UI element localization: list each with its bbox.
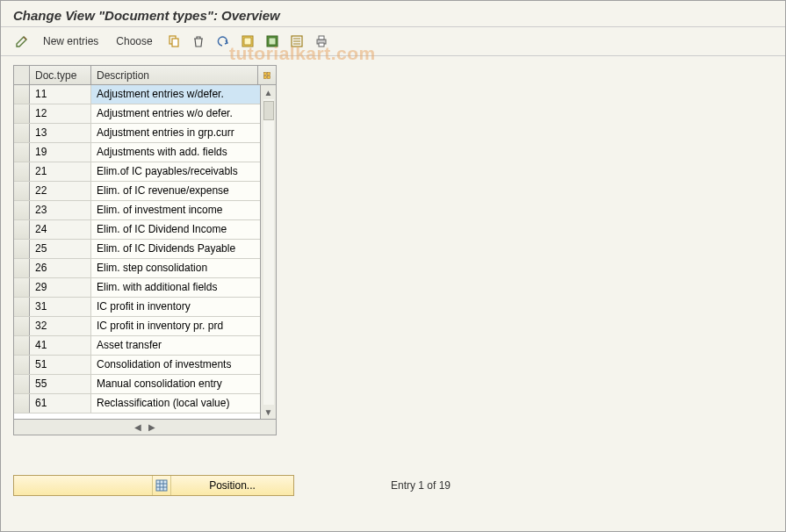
svg-rect-12 bbox=[319, 43, 324, 47]
row-selector[interactable] bbox=[14, 336, 30, 355]
row-selector[interactable] bbox=[14, 317, 30, 335]
position-grid-icon[interactable] bbox=[153, 476, 170, 495]
row-selector[interactable] bbox=[14, 143, 30, 162]
doc-type-cell[interactable]: 19 bbox=[30, 143, 91, 162]
description-cell[interactable]: Consolidation of investments bbox=[91, 356, 260, 374]
doc-type-cell[interactable]: 25 bbox=[30, 240, 91, 258]
row-selector[interactable] bbox=[14, 394, 30, 413]
doc-type-cell[interactable]: 12 bbox=[30, 104, 91, 123]
description-cell[interactable]: Adjustment entries in grp.curr bbox=[91, 124, 260, 142]
document-types-table: Doc.type Description 11Adjustment entrie… bbox=[13, 65, 277, 435]
deselect-all-icon[interactable] bbox=[288, 32, 306, 50]
table-row[interactable]: 41Asset transfer bbox=[14, 336, 260, 356]
table-row[interactable]: 26Elim. step consolidation bbox=[14, 259, 260, 278]
print-icon[interactable] bbox=[313, 32, 330, 50]
table-row[interactable]: 11Adjustment entries w/defer. bbox=[14, 85, 260, 104]
doc-type-cell[interactable]: 61 bbox=[30, 394, 91, 413]
doc-type-cell[interactable]: 22 bbox=[30, 182, 91, 200]
table-row[interactable]: 22Elim. of IC revenue/expense bbox=[14, 182, 260, 201]
row-selector[interactable] bbox=[14, 124, 30, 142]
row-selector[interactable] bbox=[14, 375, 30, 393]
select-block-icon[interactable] bbox=[263, 32, 281, 50]
row-selector[interactable] bbox=[14, 240, 30, 258]
scroll-down-icon[interactable]: ▼ bbox=[263, 406, 274, 417]
svg-rect-3 bbox=[244, 38, 251, 45]
row-selector[interactable] bbox=[14, 220, 30, 239]
table-row[interactable]: 24Elim. of IC Dividend Income bbox=[14, 220, 260, 240]
doc-type-cell[interactable]: 23 bbox=[30, 201, 91, 219]
undo-icon[interactable] bbox=[214, 32, 232, 50]
copy-icon[interactable] bbox=[165, 32, 183, 50]
horizontal-scrollbar[interactable]: ◀ ▶ bbox=[14, 419, 276, 435]
doc-type-cell[interactable]: 24 bbox=[30, 220, 91, 239]
table-row[interactable]: 25Elim. of IC Dividends Payable bbox=[14, 240, 260, 259]
doc-type-cell[interactable]: 31 bbox=[30, 298, 91, 316]
table-row[interactable]: 23Elim. of investment income bbox=[14, 201, 260, 220]
svg-rect-13 bbox=[264, 72, 267, 75]
doc-type-cell[interactable]: 13 bbox=[30, 124, 91, 142]
table-row[interactable]: 12Adjustment entries w/o defer. bbox=[14, 104, 260, 124]
description-cell[interactable]: Adjustment entries w/o defer. bbox=[91, 104, 260, 123]
svg-rect-11 bbox=[319, 36, 324, 40]
choose-button[interactable]: Choose bbox=[111, 33, 157, 49]
scroll-right-icon[interactable]: ▶ bbox=[147, 422, 157, 433]
scroll-left-icon[interactable]: ◀ bbox=[133, 422, 143, 433]
description-cell[interactable]: Elim. with additional fields bbox=[91, 278, 260, 297]
position-button[interactable]: Position... bbox=[170, 476, 293, 495]
new-entries-button[interactable]: New entries bbox=[38, 33, 104, 49]
table-row[interactable]: 32IC profit in inventory pr. prd bbox=[14, 317, 260, 336]
doc-type-cell[interactable]: 32 bbox=[30, 317, 91, 335]
svg-rect-15 bbox=[264, 75, 267, 78]
table-row[interactable]: 55Manual consolidation entry bbox=[14, 375, 260, 394]
doc-type-cell[interactable]: 21 bbox=[30, 162, 91, 181]
table-configure-icon[interactable] bbox=[258, 66, 276, 84]
footer-bar: Position... Entry 1 of 19 bbox=[13, 475, 451, 496]
row-selector[interactable] bbox=[14, 104, 30, 123]
vertical-scrollbar[interactable]: ▲ ▼ bbox=[260, 85, 276, 419]
table-row[interactable]: 13Adjustment entries in grp.curr bbox=[14, 124, 260, 143]
row-selector-header[interactable] bbox=[14, 66, 30, 84]
position-label: Position... bbox=[209, 479, 256, 492]
row-selector[interactable] bbox=[14, 278, 30, 297]
doc-type-cell[interactable]: 41 bbox=[30, 336, 91, 355]
row-selector[interactable] bbox=[14, 259, 30, 277]
pencil-icon[interactable] bbox=[13, 32, 31, 50]
description-cell[interactable]: Adjustments with add. fields bbox=[91, 143, 260, 162]
scroll-up-icon[interactable]: ▲ bbox=[263, 87, 274, 97]
doc-type-header[interactable]: Doc.type bbox=[30, 66, 91, 84]
table-row[interactable]: 61Reclassification (local value) bbox=[14, 394, 260, 413]
select-all-icon[interactable] bbox=[239, 32, 256, 50]
doc-type-cell[interactable]: 11 bbox=[30, 85, 91, 104]
description-cell[interactable]: Elim. of IC Dividends Payable bbox=[91, 240, 260, 258]
description-cell[interactable]: Elim. step consolidation bbox=[91, 259, 260, 277]
doc-type-cell[interactable]: 29 bbox=[30, 278, 91, 297]
row-selector[interactable] bbox=[14, 85, 30, 104]
description-cell[interactable]: Adjustment entries w/defer. bbox=[91, 85, 260, 104]
description-header[interactable]: Description bbox=[91, 66, 258, 84]
description-cell[interactable]: IC profit in inventory pr. prd bbox=[91, 317, 260, 335]
table-row[interactable]: 29Elim. with additional fields bbox=[14, 278, 260, 298]
table-row[interactable]: 51Consolidation of investments bbox=[14, 356, 260, 375]
doc-type-cell[interactable]: 55 bbox=[30, 375, 91, 393]
table-row[interactable]: 21Elim.of IC payables/receivabls bbox=[14, 162, 260, 182]
footer-blank-cell bbox=[14, 476, 153, 495]
delete-icon[interactable] bbox=[190, 32, 207, 50]
doc-type-cell[interactable]: 51 bbox=[30, 356, 91, 374]
row-selector[interactable] bbox=[14, 182, 30, 200]
row-selector[interactable] bbox=[14, 298, 30, 316]
description-cell[interactable]: Elim.of IC payables/receivabls bbox=[91, 162, 260, 181]
row-selector[interactable] bbox=[14, 356, 30, 374]
description-cell[interactable]: Manual consolidation entry bbox=[91, 375, 260, 393]
row-selector[interactable] bbox=[14, 162, 30, 181]
table-row[interactable]: 31IC profit in inventory bbox=[14, 298, 260, 317]
row-selector[interactable] bbox=[14, 201, 30, 219]
description-cell[interactable]: Elim. of investment income bbox=[91, 201, 260, 219]
description-cell[interactable]: Elim. of IC Dividend Income bbox=[91, 220, 260, 239]
svg-rect-16 bbox=[268, 75, 270, 78]
description-cell[interactable]: Reclassification (local value) bbox=[91, 394, 260, 413]
description-cell[interactable]: Asset transfer bbox=[91, 336, 260, 355]
description-cell[interactable]: IC profit in inventory bbox=[91, 298, 260, 316]
description-cell[interactable]: Elim. of IC revenue/expense bbox=[91, 182, 260, 200]
doc-type-cell[interactable]: 26 bbox=[30, 259, 91, 277]
table-row[interactable]: 19Adjustments with add. fields bbox=[14, 143, 260, 162]
